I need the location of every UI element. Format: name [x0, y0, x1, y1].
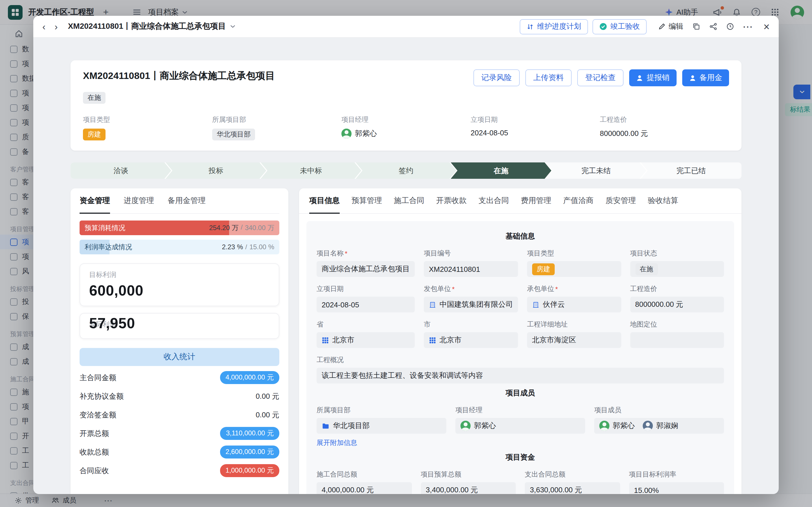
tab-project-info[interactable]: 项目信息 [309, 188, 340, 213]
required-asterisk: * [452, 285, 454, 293]
field-project-members: 项目成员 郭紫心 郭淑娴 [594, 405, 724, 448]
finance-row: 主合同金额 4,000,000.00 元 [79, 368, 279, 387]
tab-cost-management[interactable]: 费用管理 [521, 188, 551, 213]
tab-expense-contract[interactable]: 支出合同 [479, 188, 509, 213]
project-info-form: 基础信息 项目名称* 商业综合体施工总承包项目 项目编号 XM202411080… [307, 221, 734, 494]
upload-files-button[interactable]: 上传资料 [525, 69, 572, 86]
field-input[interactable]: 8000000.00 元 [630, 297, 724, 313]
maintain-schedule-button[interactable]: 维护进度计划 [520, 19, 588, 34]
finance-row: 收款总额 2,600,000.00 元 [79, 443, 279, 461]
record-risk-button[interactable]: 记录风险 [474, 69, 520, 86]
field-start-date: 立项日期 2024-08-05 [317, 284, 415, 313]
history-clock-icon[interactable] [726, 22, 734, 31]
tab-quality-safety[interactable]: 质安管理 [605, 188, 636, 213]
project-detail-modal: ‹ › XM2024110801丨商业综合体施工总承包项目 维护进度计划 竣工验… [33, 16, 779, 494]
tab-fund-management[interactable]: 资金管理 [79, 188, 110, 213]
close-icon[interactable]: × [763, 21, 770, 32]
completion-acceptance-button[interactable]: 竣工验收 [593, 19, 647, 34]
edit-button[interactable]: 编辑 [658, 21, 683, 32]
project-overview-card: XM2024110801丨商业综合体施工总承包项目 记录风险 上传资料 登记检查… [70, 60, 742, 151]
modal-title-text: XM2024110801丨商业综合体施工总承包项目 [68, 21, 226, 32]
tab-acceptance-settlement[interactable]: 验收结算 [648, 188, 678, 213]
row-label: 合同应收 [79, 465, 109, 476]
budget-total: 340.00 万 [245, 223, 274, 233]
field-label: 项目类型 [527, 249, 554, 258]
budget-bar-label: 预算消耗情况 [79, 223, 125, 233]
field-label: 项目预算总额 [421, 470, 461, 480]
tab-construction-contract[interactable]: 施工合同 [394, 188, 424, 213]
reserve-fund-button[interactable]: 备用金 [682, 69, 729, 86]
sort-arrows-icon [527, 23, 534, 30]
copy-icon[interactable] [692, 22, 700, 31]
tab-invoicing[interactable]: 开票收款 [436, 188, 467, 213]
maintain-schedule-label: 维护进度计划 [537, 21, 581, 32]
submit-expense-label: 提报销 [647, 73, 669, 83]
field-input[interactable]: 北京市 [317, 332, 415, 348]
register-inspection-button[interactable]: 登记检查 [577, 69, 624, 86]
tab-progress-management[interactable]: 进度管理 [123, 188, 154, 213]
row-value: 0.00 元 [256, 410, 279, 420]
field-label: 支出合同总额 [525, 470, 565, 480]
tab-reserve-fund-management[interactable]: 备用金管理 [168, 188, 206, 213]
row-label: 主合同金额 [79, 373, 116, 383]
finance-row: 变洽签金额 0.00 元 [79, 405, 279, 424]
field-input[interactable]: 2024-08-05 [317, 297, 415, 313]
forward-button[interactable]: › [54, 22, 58, 31]
field-input[interactable]: 在施 [630, 261, 724, 277]
field-input[interactable]: 北京市海淀区 [527, 332, 621, 348]
field-input[interactable]: 3,400,000.00 元 [421, 482, 516, 494]
stage-step-current[interactable]: 在施 [450, 162, 551, 179]
share-icon[interactable] [709, 22, 717, 31]
field-project-status: 项目状态 在施 [630, 249, 724, 277]
row-label: 收款总额 [79, 447, 109, 457]
chevron-down-icon[interactable] [230, 25, 235, 28]
tab-output-negotiation[interactable]: 产值洽商 [563, 188, 594, 213]
actual-profit-card: 实际利润 57,950 [79, 313, 279, 339]
field-contractor: 承包单位* 伙伴云 [527, 284, 621, 313]
field-input[interactable]: 郭紫心 郭淑娴 [594, 418, 724, 434]
detail-panel: 项目信息 预算管理 施工合同 开票收款 支出合同 费用管理 产值洽商 质安管理 … [299, 188, 742, 494]
field-input[interactable]: 4,000,000.00 元 [317, 482, 412, 494]
submit-expense-button[interactable]: 提报销 [629, 69, 676, 86]
finance-row: 补充协议金额 0.00 元 [79, 387, 279, 405]
field-input[interactable]: 华北项目部 [317, 418, 446, 434]
field-input[interactable]: 该工程主要包括土建工程、设备安装和调试等内容 [317, 368, 724, 384]
finance-panel: 资金管理 进度管理 备用金管理 预算消耗情况 254.20 万 / 340.00… [70, 188, 288, 494]
stage-step[interactable]: 洽谈 [70, 162, 171, 179]
income-statistics-button[interactable]: 收入统计 [79, 348, 279, 366]
avatar [643, 421, 653, 431]
target-profit-card: 目标利润 600,000 [79, 263, 279, 306]
tab-budget[interactable]: 预算管理 [351, 188, 382, 213]
stage-step[interactable]: 未中标 [261, 162, 362, 179]
field-label: 市 [424, 320, 431, 329]
stage-step[interactable]: 签约 [356, 162, 456, 179]
field-input[interactable]: 北京市 [424, 332, 518, 348]
field-budget-total: 项目预算总额 3,400,000.00 元 [421, 470, 516, 494]
field-input[interactable]: XM2024110801 [424, 261, 518, 277]
field-input[interactable]: 房建 [527, 261, 621, 277]
project-title: XM2024110801丨商业综合体施工总承包项目 [83, 69, 275, 82]
field-province: 省 北京市 [317, 320, 415, 348]
field-input[interactable]: 郭紫心 [455, 418, 585, 434]
stage-step[interactable]: 完工已结 [641, 162, 742, 179]
field-input[interactable]: 3,630,000.00 元 [525, 482, 620, 494]
expand-additional-info-link[interactable]: 展开附加信息 [317, 438, 357, 448]
more-actions-button[interactable]: ··· [743, 22, 753, 31]
field-input[interactable]: 15.00% [629, 482, 724, 494]
stage-step[interactable]: 完工未结 [546, 162, 646, 179]
separator: / [245, 243, 247, 251]
field-label: 项目类型 [83, 115, 212, 125]
overview-field-start-date: 立项日期 2024-08-05 [471, 115, 600, 140]
edit-label: 编辑 [669, 21, 683, 32]
reserve-fund-label: 备用金 [699, 73, 722, 83]
region-grid-icon [429, 336, 436, 344]
field-label: 立项日期 [471, 115, 600, 125]
field-input[interactable]: 伙伴云 [527, 297, 621, 313]
field-input[interactable] [630, 332, 724, 348]
field-input[interactable]: 中国建筑集团有限公司 [424, 297, 518, 313]
stage-step[interactable]: 投标 [166, 162, 266, 179]
back-button[interactable]: ‹ [42, 22, 45, 31]
field-input[interactable]: 商业综合体施工总承包项目 [317, 261, 415, 277]
project-cost-value: 8000000.00 元 [600, 128, 729, 139]
field-project-type: 项目类型 房建 [527, 249, 621, 277]
